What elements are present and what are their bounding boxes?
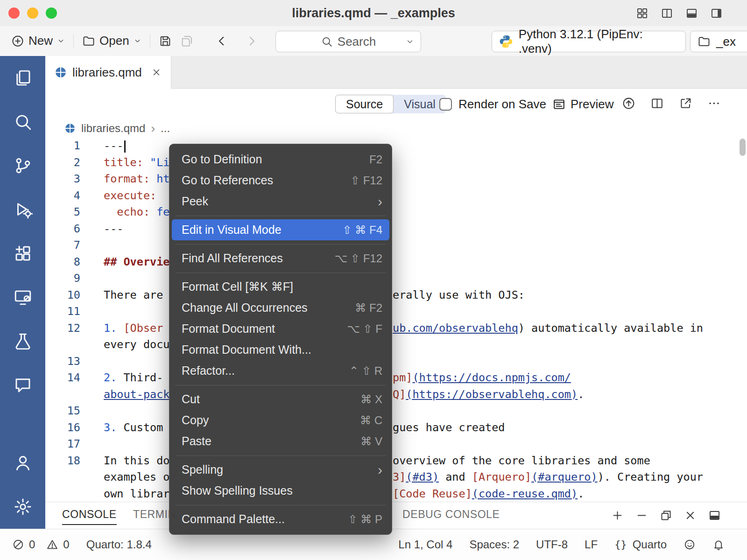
run-debug-icon[interactable]: [13, 200, 33, 219]
menu-separator: [176, 385, 386, 385]
language-mode[interactable]: {} Quarto: [614, 538, 667, 551]
panel-tab-console[interactable]: CONSOLE: [62, 508, 117, 525]
tab-libraries-qmd[interactable]: libraries.qmd: [45, 56, 171, 89]
editor-line[interactable]: 163. Customgues have created: [45, 420, 747, 436]
editor-scrollbar[interactable]: [740, 139, 746, 156]
save-icon[interactable]: [159, 35, 172, 48]
extensions-icon[interactable]: [13, 244, 33, 263]
editor-line[interactable]: examples o3](#d3) and [Arquero](#arquero…: [45, 469, 747, 486]
zoom-window-button[interactable]: [46, 7, 57, 19]
quarto-version[interactable]: Quarto: 1.8.4: [86, 538, 152, 551]
bottom-panel-icon[interactable]: [685, 7, 698, 20]
source-control-icon[interactable]: [13, 156, 33, 175]
breadcrumb-file[interactable]: libraries.qmd: [81, 122, 145, 135]
menu-item-paste[interactable]: Paste⌘ V: [169, 431, 392, 452]
right-sidebar-icon[interactable]: [710, 7, 723, 20]
editor-line[interactable]: 121. [Obserub.com/observablehq) automati…: [45, 320, 747, 337]
code-segment: There are: [104, 288, 169, 301]
menu-item-format-cell-k-f[interactable]: Format Cell [⌘K ⌘F]: [169, 276, 392, 297]
editor-line[interactable]: 9: [45, 270, 747, 287]
code-segment: gues have created: [393, 421, 505, 434]
editor-line[interactable]: 142. Third-pm](https://docs.npmjs.com/: [45, 370, 747, 386]
comments-icon[interactable]: [13, 375, 33, 395]
more-actions-icon[interactable]: [707, 97, 721, 110]
save-all-icon[interactable]: [180, 35, 193, 48]
editor-line[interactable]: 5 echo: fe: [45, 204, 747, 221]
source-mode-button[interactable]: Source: [335, 95, 394, 113]
open-button[interactable]: Open: [82, 34, 141, 48]
menu-item-peek[interactable]: Peek›: [169, 191, 392, 212]
menu-item-go-to-references[interactable]: Go to References⇧ F12: [169, 170, 392, 191]
editor-line[interactable]: own librar[Code Reuse](code-reuse.qmd).: [45, 486, 747, 503]
menu-item-spelling[interactable]: Spelling›: [169, 459, 392, 480]
indentation[interactable]: Spaces: 2: [469, 538, 519, 551]
menu-item-format-document-with[interactable]: Format Document With...: [169, 339, 392, 360]
editor-line[interactable]: 6---: [45, 221, 747, 238]
account-icon[interactable]: [13, 453, 33, 473]
editor-line[interactable]: 4execute:: [45, 188, 747, 204]
open-in-new-window-icon[interactable]: [679, 97, 692, 110]
error-count[interactable]: 0: [29, 538, 35, 551]
restore-panel-icon[interactable]: [660, 509, 672, 522]
visual-mode-button[interactable]: Visual: [394, 95, 446, 113]
maximize-panel-icon[interactable]: [708, 509, 721, 522]
close-panel-icon[interactable]: [684, 509, 697, 522]
breadcrumb-more[interactable]: ...: [161, 122, 170, 135]
editor-line[interactable]: 15: [45, 403, 747, 420]
error-icon[interactable]: [12, 539, 24, 551]
project-selector[interactable]: _ex: [690, 31, 747, 52]
files-icon[interactable]: [13, 68, 33, 88]
menu-item-copy[interactable]: Copy⌘ C: [169, 410, 392, 431]
add-console-icon[interactable]: [611, 509, 624, 522]
sessions-icon[interactable]: [13, 287, 33, 307]
editor-line[interactable]: 18In this dooverview of the core librari…: [45, 453, 747, 469]
editor-line[interactable]: 7: [45, 237, 747, 254]
split-columns-icon[interactable]: [661, 7, 673, 20]
editor-line[interactable]: every docu: [45, 336, 747, 353]
customize-layout-icon[interactable]: [636, 7, 648, 20]
search-icon[interactable]: [13, 112, 33, 132]
new-button[interactable]: New: [11, 34, 65, 48]
menu-item-command-palette[interactable]: Command Palette...⇧ ⌘ P: [169, 509, 392, 530]
editor-line[interactable]: 2title: "Li: [45, 154, 747, 171]
editor-line[interactable]: 13: [45, 353, 747, 370]
render-icon[interactable]: [622, 97, 635, 110]
minimize-window-button[interactable]: [27, 7, 38, 19]
feedback-smiley-icon[interactable]: [684, 539, 696, 551]
warning-count[interactable]: 0: [63, 538, 69, 551]
testing-icon[interactable]: [13, 331, 33, 351]
back-icon[interactable]: [215, 34, 229, 48]
minimize-panel-icon[interactable]: [635, 509, 648, 522]
menu-item-change-all-occurrences[interactable]: Change All Occurrences⌘ F2: [169, 297, 392, 318]
forward-icon[interactable]: [245, 34, 259, 48]
menu-item-show-spelling-issues[interactable]: Show Spelling Issues: [169, 480, 392, 501]
search-input[interactable]: Search: [275, 31, 421, 52]
editor-line[interactable]: 1---: [45, 138, 747, 154]
menu-item-format-document[interactable]: Format Document⌥ ⇧ F: [169, 318, 392, 339]
editor-line[interactable]: 11: [45, 303, 747, 320]
cursor-position[interactable]: Ln 1, Col 4: [398, 538, 452, 551]
close-window-button[interactable]: [8, 7, 20, 19]
menu-item-edit-in-visual-mode[interactable]: Edit in Visual Mode⇧ ⌘ F4: [172, 219, 389, 240]
split-editor-icon[interactable]: [650, 97, 664, 110]
panel-tab-debug-console[interactable]: DEBUG CONSOLE: [402, 508, 500, 524]
settings-icon[interactable]: [13, 497, 33, 517]
menu-item-find-all-references[interactable]: Find All References⌥ ⇧ F12: [169, 248, 392, 269]
editor-line[interactable]: 17: [45, 436, 747, 453]
editor[interactable]: 1---2title: "Li3format: ht4execute:5 ech…: [45, 138, 747, 502]
encoding[interactable]: UTF-8: [536, 538, 568, 551]
eol-sequence[interactable]: LF: [585, 538, 598, 551]
menu-item-refactor[interactable]: Refactor...⌃ ⇧ R: [169, 360, 392, 381]
warning-icon[interactable]: [46, 539, 58, 551]
menu-item-go-to-definition[interactable]: Go to DefinitionF2: [169, 149, 392, 170]
editor-line[interactable]: 10There are erally use with OJS:: [45, 287, 747, 304]
preview-button[interactable]: Preview: [552, 95, 613, 113]
interpreter-selector[interactable]: Python 3.12.1 (PipEnv: .venv): [492, 31, 686, 52]
editor-line[interactable]: 3format: ht: [45, 171, 747, 188]
close-tab-icon[interactable]: [151, 67, 162, 77]
menu-item-cut[interactable]: Cut⌘ X: [169, 389, 392, 410]
editor-line[interactable]: about-packQ](https://observablehq.com).: [45, 386, 747, 403]
notifications-bell-icon[interactable]: [712, 539, 725, 551]
render-on-save-checkbox[interactable]: [439, 98, 452, 111]
editor-line[interactable]: 8## Overvie: [45, 254, 747, 271]
